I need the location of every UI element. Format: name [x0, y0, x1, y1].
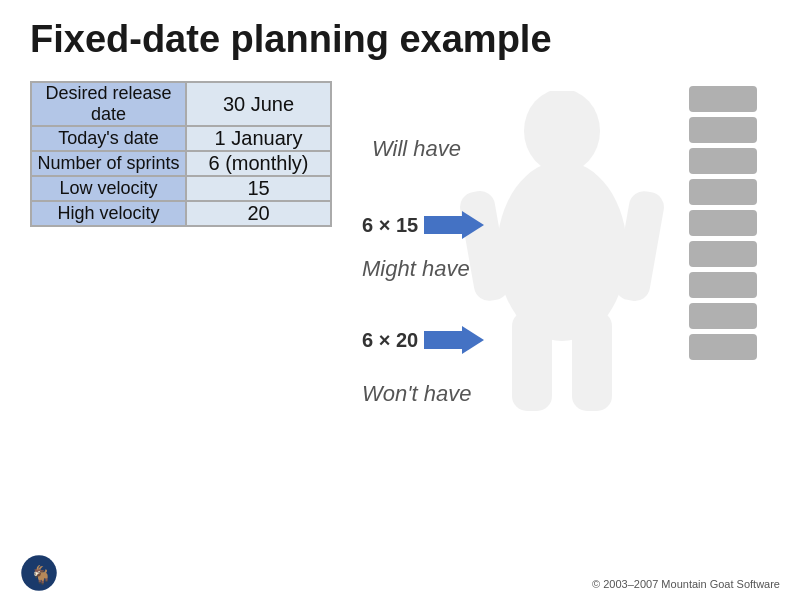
stacked-cards — [689, 86, 757, 365]
wont-have-label: Won't have — [362, 381, 471, 407]
label-cell-3: Low velocity — [31, 176, 186, 201]
table-row: High velocity20 — [31, 201, 331, 226]
label-cell-4: High velocity — [31, 201, 186, 226]
label-cell-1: Today's date — [31, 126, 186, 151]
blue-arrow-2 — [424, 326, 484, 354]
table-row: Desired release date30 June — [31, 82, 331, 126]
value-cell-1: 1 January — [186, 126, 331, 151]
value-cell-0: 30 June — [186, 82, 331, 126]
arrow1-text: 6 × 15 — [362, 214, 418, 237]
svg-rect-3 — [572, 311, 612, 411]
value-cell-4: 20 — [186, 201, 331, 226]
right-panel: Will have 6 × 15 Might have 6 × 20 Won't… — [342, 81, 772, 561]
label-cell-0: Desired release date — [31, 82, 186, 126]
svg-rect-2 — [512, 311, 552, 411]
copyright-text: © 2003–2007 Mountain Goat Software — [592, 578, 780, 590]
background-figure — [452, 91, 672, 475]
will-have-label: Will have — [372, 136, 461, 162]
page-title: Fixed-date planning example — [0, 0, 800, 71]
arrow-row-2: 6 × 20 — [362, 326, 484, 354]
logo-icon: 🐐 — [20, 554, 58, 592]
logo-area: 🐐 — [20, 554, 58, 592]
might-have-label: Might have — [362, 256, 470, 282]
planning-table: Desired release date30 JuneToday's date1… — [30, 81, 332, 227]
svg-text:🐐: 🐐 — [30, 564, 53, 586]
arrow2-text: 6 × 20 — [362, 329, 418, 352]
label-cell-2: Number of sprints — [31, 151, 186, 176]
arrow-row-1: 6 × 15 — [362, 211, 484, 239]
blue-arrow-1 — [424, 211, 484, 239]
svg-point-0 — [524, 91, 600, 173]
table-row: Today's date1 January — [31, 126, 331, 151]
table-row: Number of sprints6 (monthly) — [31, 151, 331, 176]
table-row: Low velocity15 — [31, 176, 331, 201]
value-cell-3: 15 — [186, 176, 331, 201]
value-cell-2: 6 (monthly) — [186, 151, 331, 176]
svg-point-1 — [497, 161, 627, 341]
